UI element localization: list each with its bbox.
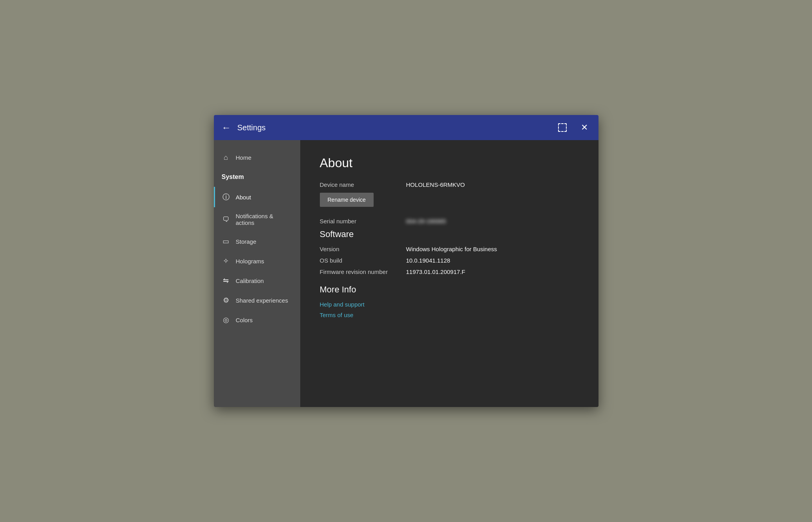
sidebar-colors-label: Colors — [236, 317, 253, 323]
device-name-label: Device name — [320, 181, 406, 188]
titlebar-left: ← Settings — [222, 122, 266, 133]
sidebar: ⌂ Home System ⓘ About 🗨 Notifications & … — [214, 140, 300, 407]
version-label: Version — [320, 246, 406, 252]
titlebar: ← Settings ✕ — [214, 115, 599, 140]
sidebar-item-home[interactable]: ⌂ Home — [214, 148, 300, 167]
os-build-value: 10.0.19041.1128 — [406, 257, 451, 264]
firmware-label: Firmware revision number — [320, 268, 406, 275]
os-build-label: OS build — [320, 257, 406, 264]
titlebar-right: ✕ — [556, 121, 591, 134]
sidebar-item-notifications[interactable]: 🗨 Notifications & actions — [214, 207, 300, 232]
version-row: Version Windows Holographic for Business — [320, 246, 579, 252]
sidebar-home-label: Home — [236, 154, 252, 161]
content-area: ⌂ Home System ⓘ About 🗨 Notifications & … — [214, 140, 599, 407]
sidebar-shared-label: Shared experiences — [236, 297, 288, 304]
serial-number-value: 004-29-190065 — [406, 218, 446, 224]
sidebar-item-calibration[interactable]: ⇋ Calibration — [214, 271, 300, 290]
terms-of-use-link[interactable]: Terms of use — [320, 312, 579, 318]
firmware-value: 11973.01.01.200917.F — [406, 268, 465, 275]
sidebar-calibration-label: Calibration — [236, 277, 264, 284]
sidebar-item-holograms[interactable]: ✧ Holograms — [214, 251, 300, 271]
titlebar-title: Settings — [237, 123, 266, 132]
software-title: Software — [320, 229, 579, 239]
snap-icon — [558, 123, 567, 132]
sidebar-about-label: About — [236, 194, 251, 201]
main-content: About Device name HOLOLENS-6RMKVO Rename… — [300, 140, 599, 407]
holograms-icon: ✧ — [222, 257, 230, 265]
os-build-row: OS build 10.0.19041.1128 — [320, 257, 579, 264]
sidebar-notifications-label: Notifications & actions — [236, 213, 292, 226]
sidebar-storage-label: Storage — [236, 238, 257, 245]
about-icon: ⓘ — [222, 192, 230, 202]
sidebar-item-storage[interactable]: ▭ Storage — [214, 232, 300, 251]
settings-window: ← Settings ✕ ⌂ Home System ⓘ Abo — [214, 115, 599, 407]
serial-number-label: Serial number — [320, 218, 406, 224]
calibration-icon: ⇋ — [222, 276, 230, 285]
close-button[interactable]: ✕ — [578, 121, 591, 134]
firmware-row: Firmware revision number 11973.01.01.200… — [320, 268, 579, 275]
shared-icon: ⚙ — [222, 296, 230, 305]
more-info-title: More Info — [320, 285, 579, 295]
notifications-icon: 🗨 — [222, 215, 230, 224]
sidebar-item-shared[interactable]: ⚙ Shared experiences — [214, 290, 300, 310]
page-title: About — [320, 156, 579, 170]
version-value: Windows Holographic for Business — [406, 246, 497, 252]
sidebar-holograms-label: Holograms — [236, 258, 265, 265]
system-label: System — [222, 173, 244, 181]
snap-button[interactable] — [556, 121, 569, 134]
device-name-row: Device name HOLOLENS-6RMKVO — [320, 181, 579, 188]
colors-icon: ◎ — [222, 316, 230, 324]
home-icon: ⌂ — [222, 153, 230, 162]
sidebar-item-colors[interactable]: ◎ Colors — [214, 310, 300, 330]
sidebar-system-header: System — [214, 167, 300, 187]
back-button[interactable]: ← — [222, 122, 231, 133]
storage-icon: ▭ — [222, 237, 230, 246]
sidebar-item-about[interactable]: ⓘ About — [214, 187, 300, 207]
device-name-value: HOLOLENS-6RMKVO — [406, 181, 465, 188]
rename-device-button[interactable]: Rename device — [320, 193, 374, 207]
help-and-support-link[interactable]: Help and support — [320, 301, 579, 308]
serial-number-row: Serial number 004-29-190065 — [320, 218, 579, 224]
